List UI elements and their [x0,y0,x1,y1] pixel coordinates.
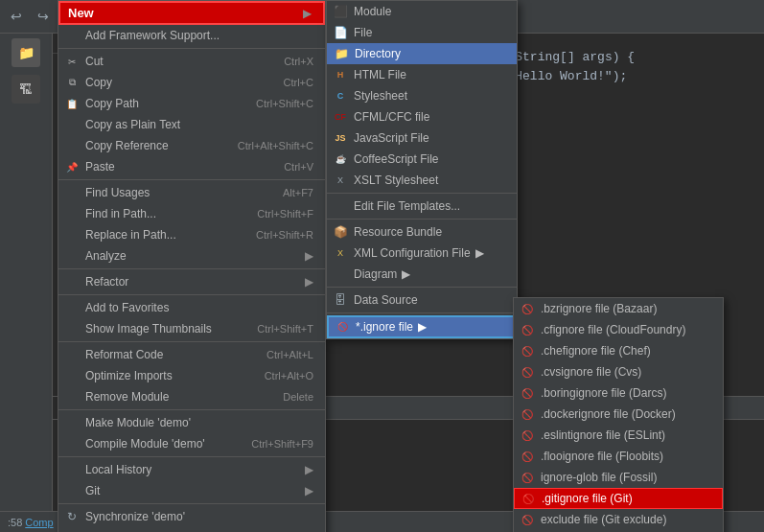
reformat-shortcut: Ctrl+Alt+L [266,349,313,360]
context-menu-item-add-framework[interactable]: Add Framework Support... [58,25,325,46]
submenu-new-xml-config[interactable]: X XML Configuration File ▶ [327,243,517,264]
synchronize-label: Synchronize 'demo' [85,510,185,523]
submenu-arrow-history: ▶ [305,463,313,476]
git-ignore-label: .gitignore file (Git) [542,492,633,505]
ignore-item-darcs[interactable]: 🚫 .boringignore file (Darcs) [514,382,723,404]
git-exclude-icon: 🚫 [520,512,535,527]
diagram-arrow: ▶ [402,267,410,281]
context-menu-item-compile-module[interactable]: Compile Module 'demo' Ctrl+Shift+F9 [58,433,325,454]
docker-label: .dockerignore file (Docker) [541,407,676,421]
darcs-label: .boringignore file (Darcs) [541,386,666,400]
context-menu-item-reformat[interactable]: Reformat Code Ctrl+Alt+L [58,344,325,365]
context-menu-item-local-history[interactable]: Local History ▶ [58,459,325,480]
compile-module-label: Compile Module 'demo' [85,437,205,451]
context-menu-main: New ▶ Add Framework Support... ✂ Cut Ctr… [58,0,326,532]
submenu-new-xslt[interactable]: X XSLT Stylesheet [327,170,517,191]
coffee-icon: ☕ [333,151,348,167]
submenu-new-data-source[interactable]: 🗄 Data Source [327,289,517,311]
optimize-label: Optimize Imports [85,369,173,382]
ignore-item-cf[interactable]: 🚫 .cfignore file (CloudFoundry) [514,319,723,340]
javascript-label: JavaScript File [354,131,429,145]
ignore-item-cvs[interactable]: 🚫 .cvsignore file (Cvs) [514,361,723,382]
submenu-new-edit-templates[interactable]: Edit File Templates... [327,196,517,217]
html-label: HTML File [354,68,406,81]
submenu-new-javascript[interactable]: JS JavaScript File [327,127,517,149]
context-menu-item-remove-module[interactable]: Remove Module Delete [58,386,325,407]
submenu-new-file[interactable]: 📄 File [327,22,517,43]
docker-icon: 🚫 [520,406,535,422]
replace-in-path-label: Replace in Path... [85,228,176,242]
git-label: Git [85,484,100,497]
cvs-label: .cvsignore file (Cvs) [541,365,641,379]
copy-path-icon: 📋 [64,96,80,111]
redo-button[interactable]: ↪ [32,5,55,28]
submenu-new-coffeescript[interactable]: ☕ CoffeeScript File [327,149,517,170]
make-module-label: Make Module 'demo' [85,416,191,429]
new-submenu-separator-3 [327,287,517,288]
context-menu-item-synchronize[interactable]: ↻ Synchronize 'demo' [58,506,325,527]
sidebar-structure-btn[interactable]: 🏗 [12,75,40,104]
submenu-new-html[interactable]: H HTML File [327,64,517,85]
submenu-ignore: 🚫 .bzrignore file (Bazaar) 🚫 .cfignore f… [513,297,724,532]
context-menu-item-optimize[interactable]: Optimize Imports Ctrl+Alt+O [58,365,325,386]
js-icon: JS [333,130,348,146]
directory-label: Directory [355,47,401,60]
coffeescript-label: CoffeeScript File [354,152,438,166]
ignore-item-fossil[interactable]: 🚫 ignore-glob file (Fossil) [514,467,723,488]
submenu-new-stylesheet[interactable]: C Stylesheet [327,85,517,106]
context-menu-item-git[interactable]: Git ▶ [58,480,325,501]
context-menu-item-refactor[interactable]: Refactor ▶ [58,271,325,292]
submenu-new-cfml[interactable]: CF CFML/CFC file [327,106,517,127]
ignore-item-floobits[interactable]: 🚫 .flooignore file (Floobits) [514,446,723,467]
context-menu-item-copy-plain[interactable]: Copy as Plain Text [58,114,325,135]
submenu-new-resource-bundle[interactable]: 📦 Resource Bundle [327,221,517,243]
submenu-new-diagram[interactable]: Diagram ▶ [327,264,517,285]
chef-icon: 🚫 [520,343,535,359]
submenu-new-directory[interactable]: 📁 Directory [327,43,517,64]
submenu-new-module[interactable]: ⬛ Module [327,1,517,22]
file-icon: 📄 [333,25,348,40]
ignore-item-chef[interactable]: 🚫 .chefignore file (Chef) [514,340,723,361]
darcs-icon: 🚫 [520,385,535,401]
separator-8 [58,503,325,504]
context-menu-item-show-explorer[interactable]: Show in Explorer [58,527,325,532]
context-menu-item-analyze[interactable]: Analyze ▶ [58,245,325,266]
status-link-comp[interactable]: Comp [25,517,53,528]
ignore-item-git-exclude[interactable]: 🚫 exclude file (Git exclude) [514,509,723,530]
context-menu-item-find-in-path[interactable]: Find in Path... Ctrl+Shift+F [58,203,325,224]
context-menu-item-replace-in-path[interactable]: Replace in Path... Ctrl+Shift+R [58,224,325,245]
undo-button[interactable]: ↩ [5,5,28,28]
status-time-58: :58 [8,517,22,528]
context-menu-item-copy-reference[interactable]: Copy Reference Ctrl+Alt+Shift+C [58,135,325,156]
ignore-item-docker[interactable]: 🚫 .dockerignore file (Docker) [514,404,723,425]
resource-icon: 📦 [333,224,348,240]
context-menu-item-add-favorites[interactable]: Add to Favorites [58,297,325,318]
ignore-item-git[interactable]: 🚫 .gitignore file (Git) [514,488,723,509]
context-menu-item-show-thumbnails[interactable]: Show Image Thumbnails Ctrl+Shift+T [58,318,325,339]
separator-5 [58,341,325,342]
analyze-label: Analyze [85,249,127,263]
context-menu-item-make-module[interactable]: Make Module 'demo' [58,412,325,433]
xml-config-arrow: ▶ [475,246,484,260]
show-thumbnails-label: Show Image Thumbnails [85,322,212,335]
context-menu-item-paste[interactable]: 📌 Paste Ctrl+V [58,156,325,177]
add-favorites-label: Add to Favorites [85,301,169,314]
sidebar-project-btn[interactable]: 📁 [12,38,40,67]
cut-shortcut: Ctrl+X [284,56,313,67]
ignore-file-label: *.ignore file [356,320,413,334]
ignore-item-bzr[interactable]: 🚫 .bzrignore file (Bazaar) [514,298,723,319]
cvs-icon: 🚫 [520,364,535,380]
context-menu-item-new[interactable]: New ▶ [58,1,325,25]
cf-icon: 🚫 [520,322,535,337]
context-menu-item-copy[interactable]: ⧉ Copy Ctrl+C [58,72,325,93]
separator-4 [58,294,325,295]
find-usages-shortcut: Alt+F7 [283,187,313,198]
context-menu-item-find-usages[interactable]: Find Usages Alt+F7 [58,182,325,203]
local-history-label: Local History [85,463,151,476]
ignore-item-eslint[interactable]: 🚫 .eslintignore file (ESLint) [514,425,723,446]
context-menu-item-cut[interactable]: ✂ Cut Ctrl+X [58,51,325,72]
module-icon: ⬛ [333,4,348,19]
copy-reference-shortcut: Ctrl+Alt+Shift+C [238,140,313,151]
context-menu-item-copy-path[interactable]: 📋 Copy Path Ctrl+Shift+C [58,93,325,114]
submenu-new-ignore-file[interactable]: 🚫 *.ignore file ▶ [327,315,517,338]
